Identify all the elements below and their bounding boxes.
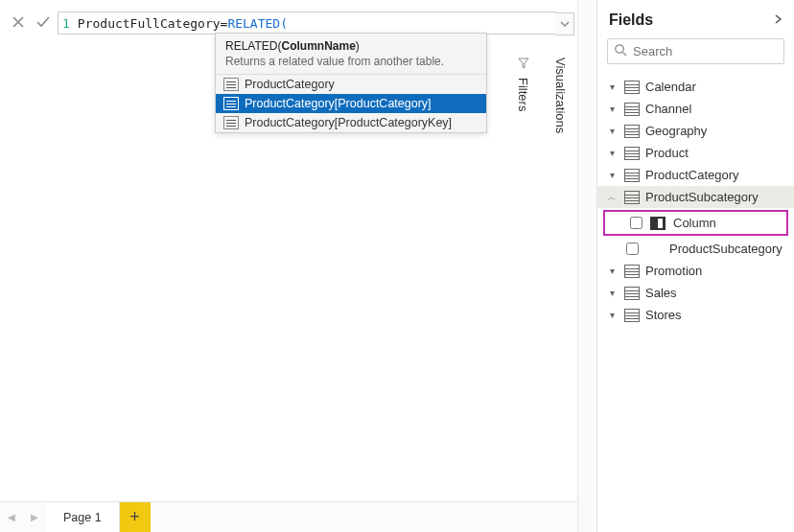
svg-point-0	[616, 45, 623, 53]
chevron-down-icon: ▾	[605, 148, 619, 158]
table-icon	[223, 116, 239, 129]
table-icon	[223, 97, 239, 110]
intellisense-popup: RELATED(ColumnName) Returns a related va…	[215, 33, 487, 133]
field-search[interactable]	[607, 38, 784, 64]
calculated-column-icon	[650, 217, 666, 230]
field-checkbox[interactable]	[626, 243, 639, 255]
table-node-product[interactable]: ▾ Product	[597, 142, 794, 164]
table-node-promotion[interactable]: ▾ Promotion	[597, 260, 794, 282]
autocomplete-label: ProductCategory[ProductCategoryKey]	[245, 116, 452, 129]
page-nav-prev[interactable]: ◄	[0, 502, 23, 532]
table-node-geography[interactable]: ▾ Geography	[597, 120, 794, 142]
chevron-down-icon: ▾	[605, 104, 619, 114]
table-label: Sales	[645, 286, 677, 300]
autocomplete-list: ProductCategory ProductCategory[ProductC…	[216, 74, 486, 132]
table-icon	[624, 309, 640, 322]
formula-input[interactable]: 1 ProductFullCategory=RELATED(	[58, 12, 556, 35]
add-page-button[interactable]: +	[120, 502, 151, 532]
autocomplete-item[interactable]: ProductCategory[ProductCategoryKey]	[216, 113, 486, 132]
table-icon	[624, 81, 640, 94]
table-icon	[223, 78, 239, 91]
field-item-productsubcategory[interactable]: ProductSubcategory	[597, 238, 794, 260]
visualizations-pane-tab[interactable]: Visualizations	[553, 58, 568, 133]
table-icon	[624, 103, 640, 116]
highlighted-field: Column	[603, 210, 788, 236]
autocomplete-label: ProductCategory	[245, 78, 335, 91]
table-icon	[624, 169, 640, 182]
table-label: Promotion	[645, 264, 702, 278]
page-tab[interactable]: Page 1	[46, 502, 120, 532]
fields-panel-header: Fields	[597, 0, 794, 38]
field-checkbox[interactable]	[630, 217, 642, 229]
intellisense-signature: RELATED(ColumnName)	[216, 34, 486, 55]
table-icon	[624, 147, 640, 160]
chevron-down-icon: ▾	[605, 126, 619, 136]
table-node-productcategory[interactable]: ▾ ProductCategory	[597, 164, 794, 186]
chevron-up-icon: ︿	[605, 191, 619, 204]
formula-expand-button[interactable]	[555, 12, 574, 35]
search-icon	[614, 43, 627, 59]
table-icon	[624, 265, 640, 278]
fields-tree: ▾ Calendar ▾ Channel ▾ Geography ▾ Produ…	[597, 74, 794, 532]
page-tab-strip: ◄ ► Page 1 +	[0, 501, 577, 532]
table-node-channel[interactable]: ▾ Channel	[597, 98, 794, 120]
field-item-column[interactable]: Column	[605, 212, 786, 234]
chevron-down-icon: ▾	[605, 81, 619, 92]
line-number: 1	[62, 16, 70, 31]
table-node-stores[interactable]: ▾ Stores	[597, 304, 794, 326]
page-nav-next[interactable]: ►	[23, 502, 46, 532]
formula-text-var: ProductFullCategory=	[78, 16, 228, 31]
intellisense-description: Returns a related value from another tab…	[216, 55, 486, 74]
table-node-calendar[interactable]: ▾ Calendar	[597, 76, 794, 98]
cancel-formula-button[interactable]	[8, 12, 29, 33]
filters-pane-tab[interactable]: Filters	[516, 58, 530, 133]
table-label: ProductSubcategory	[645, 190, 759, 204]
table-icon	[624, 191, 640, 204]
formula-text-fn: RELATED(	[227, 16, 288, 31]
collapsed-panes: Filters Visualizations	[516, 58, 568, 133]
search-input[interactable]	[633, 44, 794, 58]
report-canvas: 1 ProductFullCategory=RELATED( RELATED(C…	[0, 0, 577, 532]
table-node-productsubcategory[interactable]: ︿ ProductSubcategory	[597, 186, 794, 208]
panel-divider[interactable]	[577, 0, 596, 532]
table-icon	[624, 287, 640, 300]
autocomplete-item[interactable]: ProductCategory	[216, 75, 486, 94]
table-label: Stores	[645, 308, 682, 322]
autocomplete-label: ProductCategory[ProductCategory]	[245, 97, 432, 110]
chevron-down-icon: ▾	[605, 288, 619, 298]
table-node-sales[interactable]: ▾ Sales	[597, 282, 794, 304]
table-label: Product	[645, 146, 689, 160]
field-label: Column	[673, 216, 716, 230]
funnel-icon	[518, 58, 529, 72]
fields-panel: Fields ▾ Calendar ▾ Channel ▾ Geography …	[596, 0, 794, 532]
formula-bar-row: 1 ProductFullCategory=RELATED(	[0, 0, 577, 35]
commit-formula-button[interactable]	[33, 12, 54, 33]
table-label: Channel	[645, 102, 691, 116]
panel-title: Fields	[609, 12, 653, 29]
chevron-down-icon: ▾	[605, 310, 619, 320]
autocomplete-item-selected[interactable]: ProductCategory[ProductCategory]	[216, 94, 486, 113]
collapse-panel-icon[interactable]	[773, 12, 782, 28]
table-label: Calendar	[645, 80, 696, 94]
table-icon	[624, 125, 640, 138]
field-label: ProductSubcategory	[669, 242, 782, 256]
chevron-down-icon: ▾	[605, 170, 619, 180]
chevron-down-icon: ▾	[605, 266, 619, 276]
table-label: Geography	[645, 124, 707, 138]
table-label: ProductCategory	[645, 168, 739, 182]
